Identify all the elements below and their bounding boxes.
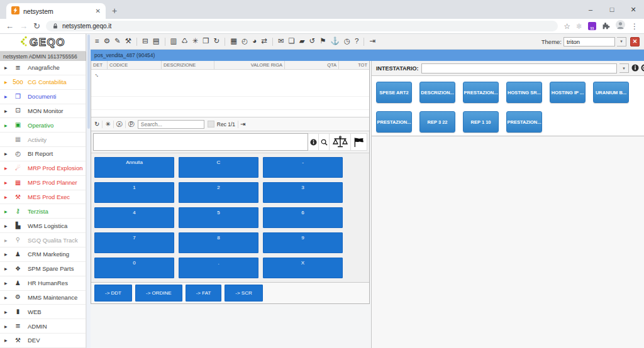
trash-icon[interactable]: ♺ (181, 38, 187, 45)
extension-snowflake-icon[interactable]: ❄ (576, 23, 582, 30)
anchor-icon[interactable]: ⚓ (331, 38, 340, 45)
exchange-icon[interactable]: ⇄ (261, 38, 267, 45)
keypad-button[interactable]: 3 (263, 182, 343, 203)
product-button[interactable]: PRESTAZION... (376, 111, 412, 133)
keypad-button[interactable]: 8 (179, 232, 258, 253)
action-button[interactable]: -> SCR (225, 285, 262, 302)
address-field[interactable]: netsystem.geqo.it (46, 21, 558, 31)
help-icon[interactable]: ? (355, 38, 358, 45)
separator[interactable] (113, 121, 114, 128)
product-button[interactable]: HOSTING IP ... (550, 82, 586, 103)
sidebar-item[interactable]: ▶ ❖ SPM Spare Parts (0, 262, 86, 276)
grid-column-header[interactable]: DET (91, 61, 108, 69)
envelope-icon[interactable]: ✉ (278, 38, 284, 45)
clock-icon[interactable]: ◷ (344, 38, 350, 45)
last-record-icon[interactable]: ⇥ (240, 121, 245, 128)
action-button[interactable]: -> FAT (186, 285, 222, 302)
separator[interactable] (125, 121, 126, 128)
keypad-button[interactable]: 6 (263, 207, 343, 228)
logout-icon[interactable]: ⇥ (369, 38, 375, 45)
sidebar-item[interactable]: ▶ ◴ BI Report (0, 147, 86, 161)
extension-purple-icon[interactable]: 11 (588, 22, 596, 30)
print-icon[interactable]: ▤ (153, 38, 160, 45)
action-button[interactable]: -> DDT (94, 285, 132, 302)
columns-icon[interactable]: ▥ (170, 38, 177, 45)
chevron-down-icon[interactable]: ▾ (619, 63, 629, 73)
product-button[interactable]: REP 1 10 (463, 111, 499, 133)
forward-icon[interactable]: → (19, 22, 28, 30)
scrollbar-thumb[interactable] (87, 35, 90, 129)
keypad-button[interactable]: 1 (94, 182, 174, 203)
sidebar-item[interactable]: ▶ ≣ Anagrafiche (0, 61, 86, 75)
separator[interactable] (136, 38, 137, 46)
separator[interactable] (225, 38, 225, 46)
sidebar-item[interactable]: ▶ ⚒ MES Prod Exec (0, 190, 86, 205)
info-icon[interactable] (631, 63, 639, 74)
menu-icon[interactable]: ≡ (95, 38, 99, 45)
asterisk-icon[interactable]: ✳ (105, 121, 110, 128)
sidebar-item[interactable]: ▶ ≣ ADMIN (0, 319, 86, 334)
grid-column-header[interactable]: CODICE (108, 61, 162, 69)
refresh-icon[interactable]: ↻ (94, 121, 99, 128)
clipped-circle-icon[interactable] (641, 63, 644, 74)
panel-close-button[interactable]: ✕ (630, 37, 640, 46)
separator[interactable] (165, 38, 165, 46)
bookmark-star-icon[interactable]: ☆ (564, 23, 570, 30)
flag-icon[interactable] (351, 133, 367, 151)
dashboard-icon[interactable]: ◴ (242, 38, 248, 45)
separator[interactable] (364, 38, 364, 46)
module-tab-bar[interactable]: pos_vendita_487 (90454) (91, 50, 644, 61)
product-button[interactable]: REP 3 22 (419, 111, 455, 133)
table-icon[interactable]: ▦ (230, 38, 237, 45)
extensions-puzzle-icon[interactable] (602, 21, 610, 32)
action-button[interactable]: -> ORDINE (135, 285, 182, 302)
history-icon[interactable]: ↺ (309, 38, 316, 45)
keypad-button[interactable]: 9 (263, 232, 343, 253)
folder-icon[interactable]: ❏ (288, 38, 294, 45)
product-button[interactable]: HOSTING SR... (506, 82, 542, 103)
separator[interactable] (102, 121, 103, 128)
grid-column-header[interactable]: DESCRIZIONE (162, 61, 214, 69)
keypad-button[interactable]: C (179, 157, 258, 178)
minimize-button[interactable]: – (580, 0, 601, 19)
keypad-button[interactable]: 7 (94, 232, 174, 253)
reload-icon[interactable]: ↻ (33, 22, 40, 30)
sidebar-item[interactable]: ▶ ⊡ MON Monitor (0, 104, 86, 119)
product-button[interactable]: PRESTAZION... (463, 82, 499, 103)
keypad-button[interactable]: 0 (94, 258, 174, 278)
product-button[interactable]: DESCRIZION... (419, 82, 455, 103)
tab-close-icon[interactable]: ✕ (96, 8, 101, 14)
new-tab-button[interactable]: + (112, 6, 117, 16)
grid-column-header[interactable]: QTA (285, 61, 339, 69)
grid-column-header[interactable]: TOT (339, 61, 369, 69)
scan-input[interactable] (93, 133, 308, 151)
search-icon[interactable] (319, 133, 330, 151)
close-button[interactable]: ✕ (623, 0, 644, 19)
info-icon[interactable] (308, 133, 319, 151)
refresh-icon[interactable]: ↻ (214, 38, 220, 45)
search-input[interactable] (138, 120, 204, 129)
note-icon[interactable]: ▰ (299, 38, 305, 45)
sidebar-item[interactable]: ▶ ⚲ SGQ Qualita Track (0, 233, 86, 247)
grid-column-header[interactable]: VALORE RIGA (214, 61, 285, 69)
sidebar-item[interactable]: ▶ ⚙ MMS Maintenance (0, 291, 86, 305)
pie-chart-icon[interactable]: ◕ (252, 38, 257, 45)
profile-avatar[interactable] (616, 20, 625, 32)
product-button[interactable]: URANIUM B... (593, 82, 629, 103)
pdf-export-icon[interactable]: ⓟ (128, 121, 135, 128)
keypad-button[interactable]: 4 (94, 207, 174, 228)
sidebar-item[interactable]: ▶ ♟ HR HumanRes (0, 276, 86, 291)
keypad-button[interactable]: X (263, 258, 343, 278)
sidebar-item[interactable]: ▶ ❐ Documenti (0, 90, 86, 104)
sidebar-scrollbar[interactable] (86, 34, 91, 348)
maximize-button[interactable]: □ (601, 0, 623, 19)
browser-tab[interactable]: netsystem ✕ (6, 3, 106, 19)
product-button[interactable]: PRESTAZION... (506, 111, 542, 133)
sidebar-item[interactable]: ▶ ▣ Operativo (0, 118, 86, 133)
chevron-down-icon[interactable]: ▾ (617, 37, 626, 46)
sidebar-item[interactable]: ▶ ⚷ Terzista (0, 204, 86, 219)
back-icon[interactable]: ← (6, 22, 14, 30)
scales-icon[interactable] (330, 133, 351, 151)
keypad-button[interactable]: - (263, 157, 343, 178)
keypad-button[interactable]: . (179, 258, 258, 278)
